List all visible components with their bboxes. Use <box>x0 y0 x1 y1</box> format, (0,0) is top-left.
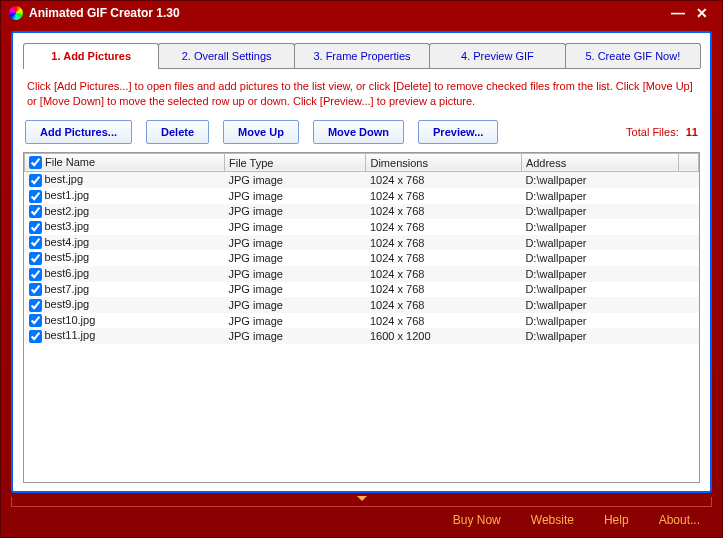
table-row[interactable]: best4.jpgJPG image1024 x 768D:\wallpaper <box>25 235 699 251</box>
cell-filler <box>678 266 698 282</box>
cell-type: JPG image <box>225 188 366 204</box>
cell-dim: 1024 x 768 <box>366 297 521 313</box>
cell-type: JPG image <box>225 204 366 220</box>
cell-addr: D:\wallpaper <box>521 313 678 329</box>
close-button[interactable]: ✕ <box>690 5 714 21</box>
total-files: Total Files: 11 <box>626 126 698 138</box>
total-files-label: Total Files: <box>626 126 679 138</box>
col-address[interactable]: Address <box>521 153 678 172</box>
file-table: File NameFile TypeDimensionsAddress best… <box>24 153 699 344</box>
select-all-checkbox[interactable] <box>29 156 42 169</box>
tab-1[interactable]: 1. Add Pictures <box>23 43 159 68</box>
table-header-row: File NameFile TypeDimensionsAddress <box>25 153 699 172</box>
table-body: best.jpgJPG image1024 x 768D:\wallpaperb… <box>25 172 699 344</box>
cell-filler <box>678 235 698 251</box>
move-up-button[interactable]: Move Up <box>223 120 299 144</box>
cell-type: JPG image <box>225 250 366 266</box>
collapse-bar[interactable] <box>11 497 712 507</box>
cell-name-wrap: best.jpg <box>25 172 225 188</box>
row-checkbox[interactable] <box>29 268 42 281</box>
row-checkbox[interactable] <box>29 205 42 218</box>
about-link[interactable]: About... <box>659 513 700 527</box>
cell-filler <box>678 328 698 344</box>
table-row[interactable]: best1.jpgJPG image1024 x 768D:\wallpaper <box>25 188 699 204</box>
cell-addr: D:\wallpaper <box>521 297 678 313</box>
add-pictures-button[interactable]: Add Pictures... <box>25 120 132 144</box>
table-row[interactable]: best10.jpgJPG image1024 x 768D:\wallpape… <box>25 313 699 329</box>
tab-5[interactable]: 5. Create GIF Now! <box>565 43 701 68</box>
cell-addr: D:\wallpaper <box>521 172 678 188</box>
cell-filler <box>678 219 698 235</box>
website-link[interactable]: Website <box>531 513 574 527</box>
move-down-button[interactable]: Move Down <box>313 120 404 144</box>
tab-4[interactable]: 4. Preview GIF <box>429 43 565 68</box>
tab-2[interactable]: 2. Overall Settings <box>158 43 294 68</box>
row-checkbox[interactable] <box>29 252 42 265</box>
table-row[interactable]: best6.jpgJPG image1024 x 768D:\wallpaper <box>25 266 699 282</box>
cell-dim: 1024 x 768 <box>366 313 521 329</box>
row-checkbox[interactable] <box>29 299 42 312</box>
cell-type: JPG image <box>225 313 366 329</box>
row-checkbox[interactable] <box>29 236 42 249</box>
cell-name-wrap: best10.jpg <box>25 313 225 329</box>
total-files-count: 11 <box>686 126 698 138</box>
cell-filename: best2.jpg <box>45 205 90 217</box>
row-checkbox[interactable] <box>29 283 42 296</box>
content-panel: 1. Add Pictures2. Overall Settings3. Fra… <box>11 31 712 493</box>
cell-filename: best6.jpg <box>45 267 90 279</box>
cell-filename: best10.jpg <box>45 314 96 326</box>
tab-3[interactable]: 3. Frame Properties <box>294 43 430 68</box>
table-row[interactable]: best.jpgJPG image1024 x 768D:\wallpaper <box>25 172 699 188</box>
help-link[interactable]: Help <box>604 513 629 527</box>
app-logo-icon <box>9 6 23 20</box>
cell-type: JPG image <box>225 172 366 188</box>
cell-dim: 1024 x 768 <box>366 219 521 235</box>
row-checkbox[interactable] <box>29 174 42 187</box>
table-row[interactable]: best9.jpgJPG image1024 x 768D:\wallpaper <box>25 297 699 313</box>
cell-name-wrap: best6.jpg <box>25 266 225 282</box>
cell-dim: 1600 x 1200 <box>366 328 521 344</box>
cell-type: JPG image <box>225 282 366 298</box>
table-row[interactable]: best7.jpgJPG image1024 x 768D:\wallpaper <box>25 282 699 298</box>
cell-dim: 1024 x 768 <box>366 235 521 251</box>
minimize-button[interactable]: — <box>666 5 690 21</box>
col-filename[interactable]: File Name <box>25 153 225 172</box>
cell-filler <box>678 172 698 188</box>
cell-filler <box>678 204 698 220</box>
col-file-type[interactable]: File Type <box>225 153 366 172</box>
cell-filler <box>678 250 698 266</box>
cell-type: JPG image <box>225 328 366 344</box>
cell-type: JPG image <box>225 266 366 282</box>
row-checkbox[interactable] <box>29 330 42 343</box>
cell-name-wrap: best2.jpg <box>25 204 225 220</box>
delete-button[interactable]: Delete <box>146 120 209 144</box>
row-checkbox[interactable] <box>29 314 42 327</box>
cell-addr: D:\wallpaper <box>521 204 678 220</box>
cell-dim: 1024 x 768 <box>366 172 521 188</box>
cell-addr: D:\wallpaper <box>521 266 678 282</box>
instructions-text: Click [Add Pictures...] to open files an… <box>23 69 700 116</box>
cell-name-wrap: best9.jpg <box>25 297 225 313</box>
cell-addr: D:\wallpaper <box>521 328 678 344</box>
file-table-container[interactable]: File NameFile TypeDimensionsAddress best… <box>23 152 700 483</box>
cell-filler <box>678 297 698 313</box>
row-checkbox[interactable] <box>29 221 42 234</box>
app-window: Animated GIF Creator 1.30 — ✕ 1. Add Pic… <box>0 0 723 538</box>
table-row[interactable]: best5.jpgJPG image1024 x 768D:\wallpaper <box>25 250 699 266</box>
buy-now-link[interactable]: Buy Now <box>453 513 501 527</box>
table-row[interactable]: best2.jpgJPG image1024 x 768D:\wallpaper <box>25 204 699 220</box>
cell-filename: best11.jpg <box>45 329 96 341</box>
cell-name-wrap: best4.jpg <box>25 235 225 251</box>
row-checkbox[interactable] <box>29 190 42 203</box>
col-dimensions[interactable]: Dimensions <box>366 153 521 172</box>
cell-name-wrap: best5.jpg <box>25 250 225 266</box>
col-filler <box>678 153 698 172</box>
cell-addr: D:\wallpaper <box>521 235 678 251</box>
table-row[interactable]: best11.jpgJPG image1600 x 1200D:\wallpap… <box>25 328 699 344</box>
cell-dim: 1024 x 768 <box>366 204 521 220</box>
cell-filename: best5.jpg <box>45 251 90 263</box>
preview-button[interactable]: Preview... <box>418 120 498 144</box>
cell-type: JPG image <box>225 219 366 235</box>
table-row[interactable]: best3.jpgJPG image1024 x 768D:\wallpaper <box>25 219 699 235</box>
cell-addr: D:\wallpaper <box>521 282 678 298</box>
